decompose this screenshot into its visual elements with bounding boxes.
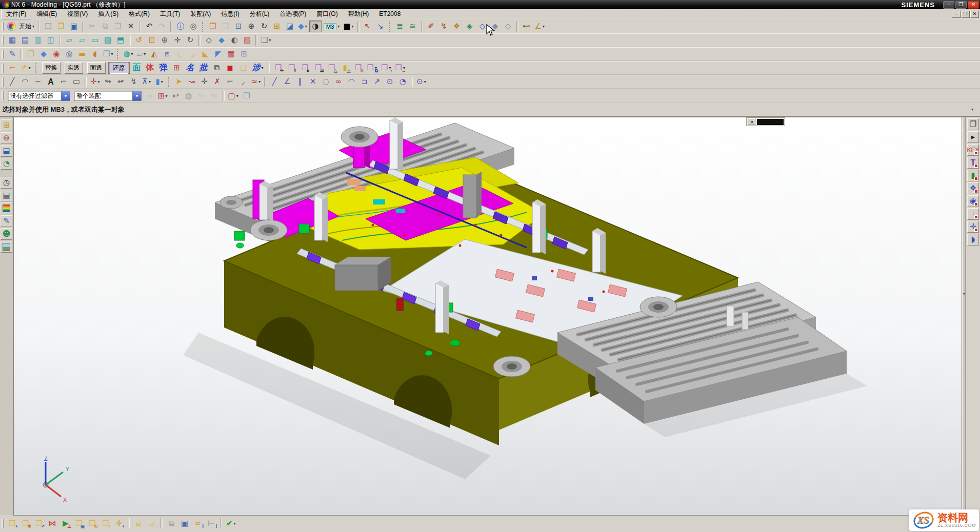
work-plane-button[interactable]: ▭ [89,34,101,46]
mdi-close-button[interactable]: ✕ [970,11,979,18]
close-button[interactable]: ✕ [968,1,979,9]
measure-angle-button[interactable]: ∠▾ [533,21,546,32]
window-tile-button[interactable]: ❒ [219,21,232,32]
selection-scope-select[interactable]: 整个装配▼ [74,91,142,101]
point-button[interactable]: ✛▾ [89,76,102,88]
offset-curve-button[interactable]: ↬ [102,76,114,88]
dropdown-arrow-icon[interactable]: ▾ [236,94,238,98]
component-array-button[interactable]: ❒▫▾ [379,62,392,74]
graphics-window[interactable]: ◂ [13,117,962,516]
measure-distance-button[interactable]: ⊷ [521,21,533,32]
replace-button[interactable]: 替换 [41,62,62,74]
sheet-display-button[interactable]: ▱ [76,34,88,46]
restore-display-button[interactable]: 还原 [108,62,130,74]
emboss-button[interactable]: ◭ [148,48,161,60]
show-product-outline-button[interactable]: ▣ [178,518,191,529]
dropdown-arrow-icon[interactable]: ▾ [131,52,133,56]
elbow-library-item[interactable]: ◗ [967,234,979,245]
corner-trim-button[interactable]: ⊐ [358,76,370,88]
visualization-button[interactable] [1,202,12,214]
mdi-restore-button[interactable]: ❐ [961,11,970,18]
line-button[interactable]: ╱ [6,76,18,88]
key-library-item[interactable]: KEY [967,144,979,156]
visualization-preferences-button[interactable]: ❖ [451,21,463,32]
flange-button[interactable]: ◖ [89,48,101,60]
reselect-button[interactable]: ↪ [195,90,208,102]
pan-button[interactable]: ✛ [171,34,184,46]
roles-button[interactable]: ☻ [1,228,12,240]
lasso-button[interactable]: ▢▾ [227,90,240,102]
revolve-button[interactable]: ◉ [50,48,63,60]
orient-view-button[interactable]: ↘ [374,21,387,32]
selection-filter-select[interactable]: 没有选择过滤器▼ [8,91,70,101]
dropdown-arrow-icon[interactable]: ▾ [258,79,261,84]
layout-columns-button[interactable]: ▥ [32,34,44,46]
assembly-navigator-button[interactable]: ⊞ [1,119,12,131]
suppress-component-button[interactable]: ▶⊥ [59,518,72,529]
menu-view[interactable]: 视图(V) [62,9,93,19]
zoom-in-out-button[interactable]: ⊕ [245,21,257,32]
add-component-button[interactable]: ❒+ [6,518,18,529]
layer-visible-in-view-button[interactable]: ≋ [407,21,419,32]
dropdown-arrow-icon[interactable]: ▼ [132,91,141,100]
studio-render-button[interactable]: ◐ [228,34,241,46]
toolbar-grip[interactable] [2,519,4,528]
show-and-hide-button[interactable]: ◈ [464,21,476,32]
extend-button[interactable]: ✛ [198,76,211,88]
replace-component-button[interactable]: ❒⇄ [312,62,325,74]
dropdown-arrow-icon[interactable]: ▾ [32,24,34,29]
snap-point-button[interactable]: ⊞▾ [156,90,169,102]
arc-constraint-button[interactable]: ◠ [345,76,357,88]
copy-component-button[interactable]: ❒⧉▾ [366,62,378,74]
deselect-last-button[interactable]: ↩ [170,90,182,102]
toolbar-grip[interactable] [2,77,4,87]
layer-settings-button[interactable]: ≣ [394,21,406,32]
find-button[interactable]: ◎ [187,21,199,32]
operation-navigator-button[interactable]: ◔ [1,158,12,170]
edit-object-display-button[interactable]: ✐ [425,21,437,32]
assembly-constraints-button[interactable]: ❒✧ [99,518,112,529]
chamfer-button[interactable]: ◣ [199,48,212,60]
move-component-bottom-button[interactable]: ❒↻ [86,518,98,529]
circle-button[interactable]: ⊙ [384,76,396,88]
boss-button[interactable]: ▬ [76,48,88,60]
rectangle-button[interactable]: ▭ [70,76,83,88]
trim-body-button[interactable]: ▦ [225,48,237,60]
clip-section-button[interactable]: ⬒ [114,34,127,46]
solid-translucent-button[interactable]: 实透 [63,62,85,74]
mdi-minimize-button[interactable]: – [952,11,961,18]
toolbar-grip[interactable] [2,22,4,31]
edit-suppression-button[interactable]: ❒▣ [73,518,85,529]
shaded-display-button[interactable]: ◆▾ [296,21,309,32]
toolbar-grip[interactable] [2,50,4,59]
dropdown-arrow-icon[interactable]: ▾ [234,521,236,526]
datum-display-button[interactable]: ▱ [63,34,75,46]
corner-button[interactable]: ⌐ [224,76,236,88]
menu-information[interactable]: 信息(I) [216,9,244,19]
face-translucent-button[interactable]: 面透 [86,62,107,74]
angle-constraint-button[interactable]: ∠ [281,76,293,88]
bridge-curve-button[interactable]: ↫ [115,76,127,88]
find-component-button[interactable]: ∞ [144,90,156,102]
fit-window-button[interactable]: ⊡ [146,34,158,46]
extrude-button[interactable]: ◆ [37,48,50,60]
cut-button[interactable]: ✂ [86,21,98,32]
copy-tool-button[interactable]: ⧉ [211,62,223,74]
materials-button[interactable] [1,241,12,253]
wireframe-button[interactable]: ◇ [203,34,215,46]
toolbar-grip[interactable] [2,91,4,100]
open-file-button[interactable]: ❐ [55,21,67,32]
history-button[interactable]: ◷ [1,177,12,189]
datum-csys-button[interactable]: ◍▾ [122,48,134,60]
grid-point-button[interactable]: ⊞ [171,62,183,74]
datum-plane-button[interactable]: ❒ [25,48,37,60]
bend-button[interactable]: ◟ [174,48,186,60]
menu-et2008[interactable]: ET2008 [374,9,406,18]
two-circle-button[interactable]: ∞ [332,76,345,88]
menu-analysis[interactable]: 分析(L) [245,9,275,19]
rotate-view-button[interactable]: ↻ [258,21,270,32]
unite-button[interactable]: ⧈ [161,48,173,60]
immediate-hide-button[interactable]: ◇ [476,21,489,32]
save-button[interactable]: ▣ [68,21,80,32]
lift-component-button[interactable]: ❒⇧ [286,62,298,74]
